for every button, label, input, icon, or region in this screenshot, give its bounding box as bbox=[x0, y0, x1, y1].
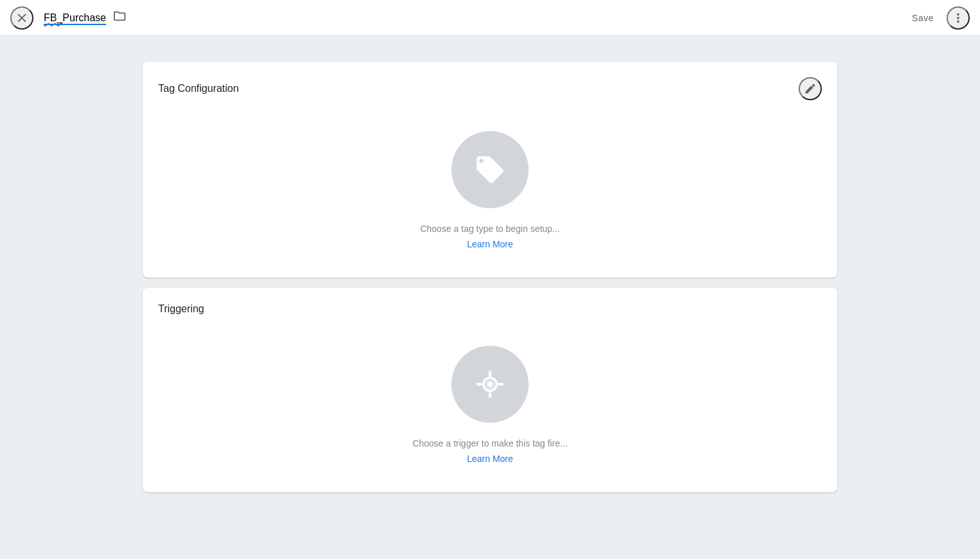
more-options-button[interactable] bbox=[947, 6, 970, 30]
triggering-header: Triggering bbox=[158, 303, 822, 315]
triggering-body: Choose a trigger to make this tag fire..… bbox=[158, 320, 822, 477]
triggering-learn-more[interactable]: Learn More bbox=[467, 454, 513, 464]
main-content: Tag Configuration Choose a tag type to b… bbox=[0, 36, 980, 559]
tag-config-icon-circle[interactable] bbox=[451, 131, 529, 208]
folder-icon[interactable] bbox=[113, 9, 127, 26]
title-area: FB_Purchase bbox=[44, 9, 904, 26]
triggering-card: Triggering Choose a trigger to make this… bbox=[143, 288, 837, 492]
tag-config-edit-button[interactable] bbox=[799, 77, 822, 100]
svg-point-1 bbox=[487, 382, 493, 387]
tag-config-learn-more[interactable]: Learn More bbox=[467, 239, 513, 249]
top-bar: FB_Purchase Save bbox=[0, 0, 980, 36]
top-right-actions: Save bbox=[904, 6, 970, 30]
tag-configuration-card: Tag Configuration Choose a tag type to b… bbox=[143, 62, 837, 278]
save-button[interactable]: Save bbox=[904, 8, 941, 28]
triggering-icon-circle[interactable] bbox=[451, 346, 529, 423]
tag-config-body: Choose a tag type to begin setup... Lear… bbox=[158, 105, 822, 262]
tag-config-header: Tag Configuration bbox=[158, 77, 822, 100]
triggering-title: Triggering bbox=[158, 303, 204, 315]
tag-title[interactable]: FB_Purchase bbox=[44, 12, 106, 24]
title-main: Purchase bbox=[62, 12, 106, 23]
triggering-description: Choose a trigger to make this tag fire..… bbox=[412, 438, 567, 448]
title-prefix: FB_ bbox=[44, 12, 62, 23]
tag-config-title: Tag Configuration bbox=[158, 83, 239, 94]
close-button[interactable] bbox=[10, 6, 33, 30]
tag-config-description: Choose a tag type to begin setup... bbox=[420, 224, 559, 234]
